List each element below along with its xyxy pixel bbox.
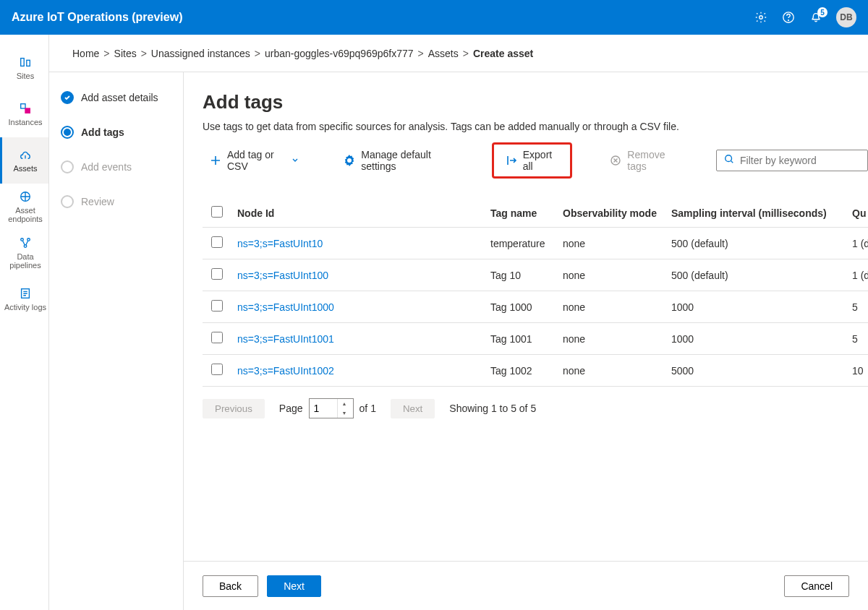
page-label: Page bbox=[279, 403, 303, 414]
next-page-button: Next bbox=[391, 399, 435, 418]
step-add-tags[interactable]: Add tags bbox=[61, 126, 171, 139]
cell-qu: 1 (d bbox=[846, 228, 868, 259]
add-tag-button[interactable]: Add tag or CSV bbox=[203, 145, 306, 176]
pager: Previous Page ▲▼ of 1 Next Showing 1 to bbox=[203, 387, 868, 430]
breadcrumb-item[interactable]: urban-goggles-v69pq969p6fx777 bbox=[265, 48, 414, 59]
rail-assets[interactable]: Assets bbox=[0, 137, 48, 184]
filter-input[interactable] bbox=[740, 155, 867, 166]
spinner-arrows[interactable]: ▲▼ bbox=[337, 399, 352, 418]
row-checkbox[interactable] bbox=[211, 332, 223, 343]
rail-label: Data pipelines bbox=[4, 252, 47, 270]
node-id-link[interactable]: ns=3;s=FastUInt100 bbox=[237, 270, 328, 281]
node-id-link[interactable]: ns=3;s=FastUInt1001 bbox=[237, 333, 334, 345]
step-add-events[interactable]: Add events bbox=[61, 160, 171, 173]
page-of-label: of 1 bbox=[359, 403, 376, 414]
select-all-checkbox[interactable] bbox=[211, 206, 223, 218]
col-node-id[interactable]: Node Id bbox=[231, 199, 485, 228]
node-id-link[interactable]: ns=3;s=FastUInt1002 bbox=[237, 365, 334, 377]
rail-label: Activity logs bbox=[4, 303, 46, 312]
cell-tag-name: Tag 10 bbox=[485, 259, 557, 291]
filter-input-wrapper[interactable] bbox=[716, 150, 868, 171]
svg-rect-4 bbox=[27, 60, 30, 66]
col-observability[interactable]: Observability mode bbox=[557, 199, 665, 228]
toolbar: Add tag or CSV Manage default settings E… bbox=[203, 142, 868, 179]
svg-point-8 bbox=[21, 239, 24, 241]
table-row: ns=3;s=FastUInt1001Tag 1001none10005 bbox=[203, 323, 868, 355]
table-row: ns=3;s=FastUInt100Tag 10none500 (default… bbox=[203, 259, 868, 291]
app-title: Azure IoT Operations (preview) bbox=[12, 11, 182, 24]
row-checkbox[interactable] bbox=[211, 236, 223, 248]
tags-table-scroll[interactable]: Node Id Tag name Observability mode Samp… bbox=[203, 199, 868, 387]
cell-observability: none bbox=[557, 323, 665, 355]
svg-point-2 bbox=[788, 20, 789, 21]
step-add-asset-details[interactable]: Add asset details bbox=[61, 91, 171, 104]
rail-sites[interactable]: Sites bbox=[0, 45, 48, 91]
showing-label: Showing 1 to 5 of 5 bbox=[449, 403, 536, 414]
page-description: Use tags to get data from specific sourc… bbox=[203, 121, 868, 132]
svg-point-0 bbox=[760, 16, 763, 20]
cell-qu: 1 (d bbox=[846, 259, 868, 291]
notifications-icon[interactable]: 5 bbox=[809, 10, 823, 25]
table-row: ns=3;s=FastUInt1002Tag 1002none500010 bbox=[203, 355, 868, 387]
rail-instances[interactable]: Instances bbox=[0, 91, 48, 137]
search-icon bbox=[724, 154, 734, 167]
cancel-button[interactable]: Cancel bbox=[784, 575, 849, 597]
breadcrumb-item[interactable]: Home bbox=[72, 48, 99, 59]
rail-label: Assets bbox=[13, 164, 37, 173]
row-checkbox[interactable] bbox=[211, 268, 223, 280]
next-button[interactable]: Next bbox=[267, 575, 321, 597]
cell-tag-name: Tag 1002 bbox=[485, 355, 557, 387]
breadcrumb-item[interactable]: Assets bbox=[428, 48, 459, 59]
manage-settings-button[interactable]: Manage default settings bbox=[336, 145, 461, 176]
rail-label: Sites bbox=[17, 72, 34, 80]
svg-point-10 bbox=[24, 245, 27, 248]
back-button[interactable]: Back bbox=[203, 575, 258, 597]
cell-sampling-interval: 1000 bbox=[665, 291, 846, 323]
col-qu[interactable]: Qu bbox=[846, 199, 868, 228]
table-row: ns=3;s=FastUInt1000Tag 1000none10005 bbox=[203, 291, 868, 323]
breadcrumb-item[interactable]: Unassigned instances bbox=[151, 48, 250, 59]
rail-activity-logs[interactable]: Activity logs bbox=[0, 276, 48, 322]
breadcrumb: Home> Sites> Unassigned instances> urban… bbox=[49, 35, 868, 72]
cell-tag-name: Tag 1000 bbox=[485, 291, 557, 323]
cell-sampling-interval: 5000 bbox=[665, 355, 846, 387]
user-avatar[interactable]: DB bbox=[836, 7, 856, 27]
cell-qu: 5 bbox=[846, 323, 868, 355]
cell-sampling-interval: 500 (default) bbox=[665, 228, 846, 259]
remove-tags-button: Remove tags bbox=[603, 145, 686, 176]
page-number-input[interactable] bbox=[310, 403, 337, 414]
export-all-button[interactable]: Export all bbox=[492, 142, 573, 179]
svg-point-13 bbox=[726, 155, 732, 162]
rail-asset-endpoints[interactable]: Asset endpoints bbox=[0, 184, 48, 230]
nav-rail: Sites Instances Assets Asset endpoints D… bbox=[0, 35, 49, 610]
cell-qu: 5 bbox=[846, 291, 868, 323]
row-checkbox[interactable] bbox=[211, 364, 223, 375]
previous-button: Previous bbox=[203, 399, 265, 418]
table-row: ns=3;s=FastUInt10temperaturenone500 (def… bbox=[203, 228, 868, 259]
settings-icon[interactable] bbox=[754, 10, 768, 25]
cell-tag-name: Tag 1001 bbox=[485, 323, 557, 355]
row-checkbox[interactable] bbox=[211, 300, 223, 312]
node-id-link[interactable]: ns=3;s=FastUInt1000 bbox=[237, 301, 334, 313]
node-id-link[interactable]: ns=3;s=FastUInt10 bbox=[237, 238, 323, 249]
cell-observability: none bbox=[557, 291, 665, 323]
remove-icon bbox=[610, 154, 621, 167]
cell-observability: none bbox=[557, 259, 665, 291]
cell-tag-name: temperature bbox=[485, 228, 557, 259]
rail-data-pipelines[interactable]: Data pipelines bbox=[0, 230, 48, 276]
cell-sampling-interval: 500 (default) bbox=[665, 259, 846, 291]
plus-icon bbox=[210, 154, 221, 167]
gear-icon bbox=[344, 154, 355, 167]
notification-count: 5 bbox=[817, 7, 827, 17]
help-icon[interactable] bbox=[781, 10, 796, 25]
svg-point-9 bbox=[27, 239, 30, 241]
svg-rect-5 bbox=[21, 104, 25, 108]
breadcrumb-item[interactable]: Sites bbox=[114, 48, 137, 59]
cell-qu: 10 bbox=[846, 355, 868, 387]
page-spinner[interactable]: ▲▼ bbox=[309, 398, 354, 418]
step-review[interactable]: Review bbox=[61, 195, 171, 208]
col-tag-name[interactable]: Tag name bbox=[485, 199, 557, 228]
col-sampling-interval[interactable]: Sampling interval (milliseconds) bbox=[665, 199, 846, 228]
cell-observability: none bbox=[557, 228, 665, 259]
svg-rect-3 bbox=[21, 59, 25, 66]
